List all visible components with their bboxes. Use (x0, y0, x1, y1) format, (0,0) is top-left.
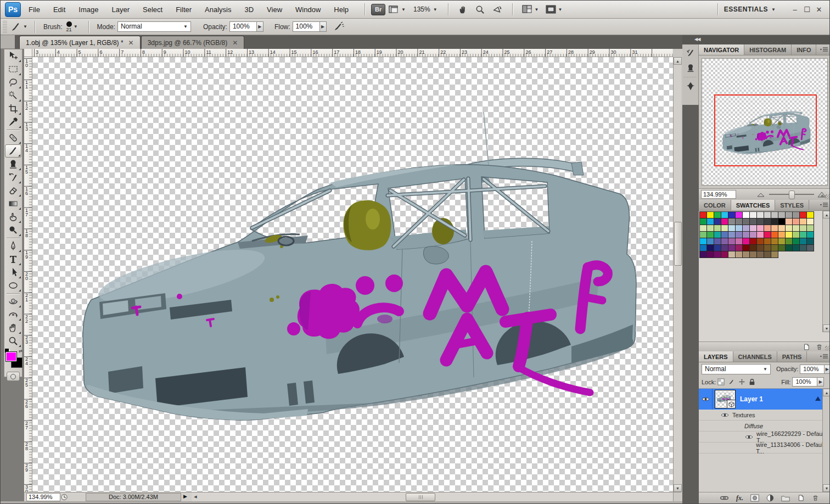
layer-fill-spinner[interactable]: ▶ (817, 377, 824, 387)
panel-resize-grip[interactable] (825, 194, 830, 199)
panel-menu-button[interactable] (820, 354, 828, 359)
swatches-scrollbar[interactable]: ▲ ▼ (822, 211, 830, 332)
swatches-tab-swatches[interactable]: SWATCHES (731, 200, 776, 210)
layer-opacity-input[interactable]: 100% (800, 365, 824, 374)
panel-menu-button[interactable] (820, 202, 828, 208)
color-swatch[interactable] (806, 244, 814, 251)
color-swatch[interactable] (778, 244, 786, 251)
color-swatch[interactable] (742, 251, 750, 258)
panel-menu-icon[interactable] (820, 202, 828, 208)
vertical-scrollbar[interactable]: ▲ ▼ (673, 57, 681, 492)
lock-all-button[interactable] (749, 378, 755, 385)
menu-filter[interactable]: Filter (176, 5, 192, 14)
layer-subrow-4[interactable]: wire_113134006 - Default T... (699, 443, 830, 453)
clone-source-panel-button[interactable] (683, 61, 698, 75)
new-group-button[interactable] (781, 495, 790, 502)
swatches-tab-color[interactable]: COLOR (699, 200, 731, 210)
rectangular-marquee-tool[interactable] (5, 63, 21, 76)
layer-opacity-spinner[interactable]: ▶ (825, 365, 830, 374)
status-zoom-input[interactable]: 134.99% (26, 493, 60, 501)
vertical-scrollbar-thumb[interactable] (674, 222, 682, 266)
hand-tool[interactable] (5, 321, 21, 334)
color-swatch[interactable] (756, 251, 764, 258)
smudge-tool[interactable] (5, 210, 21, 223)
panel-menu-icon[interactable] (820, 47, 828, 52)
layer-style-button[interactable]: fx. (736, 494, 743, 502)
color-swatch[interactable] (735, 251, 743, 258)
navigator-zoom-input[interactable]: 134.99% (701, 190, 736, 199)
clone-stamp-tool[interactable] (5, 158, 21, 171)
layer-subrow-1[interactable]: Textures (699, 410, 830, 421)
bridge-button[interactable]: Br (371, 4, 385, 15)
history-brush-tool[interactable] (5, 171, 21, 184)
horizontal-scrollbar-thumb[interactable] (406, 493, 435, 501)
collapse-panels-icon[interactable]: ◀◀ (694, 37, 700, 42)
layer-thumbnail[interactable] (715, 390, 736, 408)
navigator-tab-info[interactable]: INFO (792, 44, 816, 55)
3d-panel-button[interactable] (683, 79, 698, 93)
menu-window[interactable]: Window (295, 5, 321, 14)
scroll-down-arrow[interactable]: ▼ (674, 484, 682, 492)
color-swatch[interactable] (714, 251, 721, 258)
layers-scrollbar[interactable]: ▲▼ (822, 389, 830, 492)
layers-tab-layers[interactable]: LAYERS (699, 351, 733, 362)
navigator-preview[interactable] (702, 58, 828, 186)
ellipse-tool[interactable] (5, 279, 21, 292)
layer-row-layer-1[interactable]: Layer 1 (699, 389, 830, 410)
brush-tool[interactable] (5, 144, 21, 158)
link-layers-button[interactable] (720, 495, 729, 501)
flow-input[interactable]: 100% (293, 21, 320, 32)
color-swatch[interactable] (728, 251, 736, 258)
panel-menu-button[interactable] (820, 47, 828, 52)
expand-textures-icon[interactable] (815, 396, 821, 401)
foreground-color-swatch[interactable] (5, 351, 17, 362)
zoom-tool[interactable] (5, 334, 21, 348)
eyedropper-tool[interactable] (5, 115, 21, 128)
move-tool[interactable] (5, 49, 21, 63)
scroll-down-arrow[interactable]: ▼ (823, 484, 830, 492)
color-swatch[interactable] (706, 251, 714, 258)
menu-select[interactable]: Select (143, 5, 162, 14)
drag-grip[interactable] (3, 21, 7, 33)
horizontal-scrollbar[interactable]: ◀ ▶ (192, 492, 681, 501)
zoom-tool-button[interactable] (475, 4, 485, 15)
status-menu-arrow[interactable]: ▶ (183, 494, 187, 499)
navigator-zoom-slider[interactable] (769, 194, 814, 195)
rotate-view-button[interactable] (492, 4, 503, 15)
layers-tab-channels[interactable]: CHANNELS (733, 351, 777, 362)
screen-mode-button[interactable]: ▼ (546, 5, 563, 14)
add-layer-mask-button[interactable] (750, 494, 759, 502)
menu-view[interactable]: View (267, 5, 282, 14)
scroll-up-arrow[interactable]: ▲ (823, 211, 830, 219)
layer-blend-mode-select[interactable]: Normal ▼ (702, 364, 771, 374)
ruler-corner[interactable] (24, 49, 32, 57)
delete-swatch-button[interactable] (816, 343, 823, 351)
minimize-button[interactable]: – (789, 5, 801, 14)
lasso-tool[interactable] (5, 76, 21, 89)
menu-image[interactable]: Image (78, 5, 98, 14)
scroll-up-arrow[interactable]: ▲ (674, 57, 682, 65)
magic-wand-tool[interactable] (5, 89, 21, 102)
brushes-panel-button[interactable] (683, 46, 698, 60)
delete-layer-button[interactable] (812, 494, 819, 502)
zoom-out-icon[interactable] (757, 193, 765, 197)
close-button[interactable]: ✕ (813, 5, 825, 14)
view-extras-button[interactable]: ▼ (389, 5, 406, 14)
color-swatch[interactable] (785, 244, 793, 251)
navigator-tab-histogram[interactable]: HISTOGRAM (744, 44, 792, 55)
menu-layer[interactable]: Layer (112, 5, 130, 14)
quick-mask-button[interactable] (7, 372, 20, 381)
color-swatch[interactable] (699, 251, 707, 258)
scroll-left-arrow[interactable]: ◀ (192, 493, 199, 501)
airbrush-toggle[interactable] (332, 21, 344, 32)
gradient-tool[interactable] (5, 197, 21, 210)
maximize-button[interactable]: ☐ (801, 5, 813, 14)
hand-tool-button[interactable] (458, 4, 468, 15)
color-swatch[interactable] (792, 244, 800, 251)
path-selection-tool[interactable] (5, 266, 21, 279)
menu-file[interactable]: File (29, 5, 40, 14)
document-canvas[interactable] (32, 57, 673, 492)
blend-mode-select[interactable]: Normal ▼ (117, 21, 191, 32)
layers-tab-paths[interactable]: PATHS (777, 351, 807, 362)
workspace-switcher[interactable]: ESSENTIALS (724, 5, 768, 13)
